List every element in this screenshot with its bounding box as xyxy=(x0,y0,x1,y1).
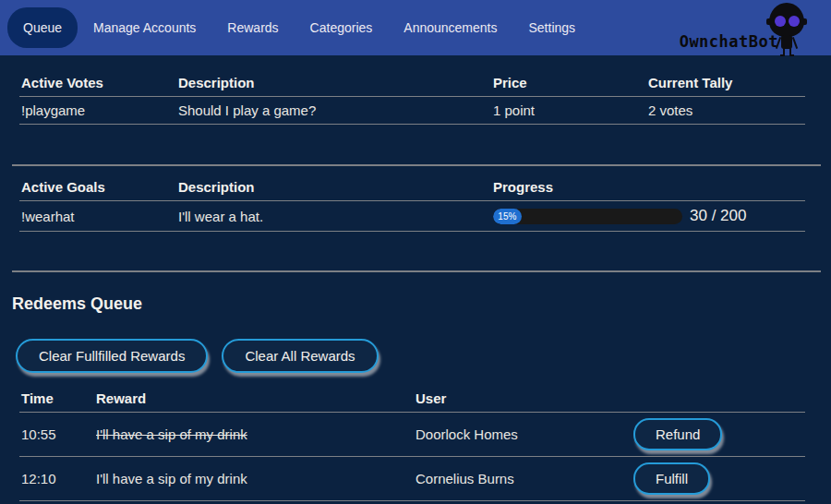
robot-arm-icon xyxy=(792,37,798,49)
redeem-action-cell: Fulfill xyxy=(632,457,805,501)
redeems-header-reward: Reward xyxy=(94,385,414,413)
votes-header-command: Active Votes xyxy=(19,69,176,97)
redeem-row: 12:10 I'll have a sip of my drink Cornel… xyxy=(19,457,805,501)
redeem-time-cell: 12:10 xyxy=(19,457,94,501)
refund-button[interactable]: Refund xyxy=(633,418,722,450)
goal-progress-bar: 15% xyxy=(493,209,682,224)
clear-all-rewards-button[interactable]: Clear All Rewards xyxy=(222,339,378,373)
redeems-header-time: Time xyxy=(19,385,94,413)
redeems-header-row: Time Reward User xyxy=(19,385,805,413)
robot-foot-icon xyxy=(780,54,785,56)
active-votes-table: Active Votes Description Price Current T… xyxy=(19,69,805,125)
redeems-header-action xyxy=(632,385,805,413)
top-navbar: Queue Manage Accounts Rewards Categories… xyxy=(0,0,831,55)
goals-header-description: Description xyxy=(176,174,491,201)
robot-eye-icon xyxy=(789,16,800,27)
nav-tab-manage-accounts[interactable]: Manage Accounts xyxy=(78,7,211,48)
votes-header-price: Price xyxy=(491,69,646,97)
section-divider xyxy=(12,270,821,272)
vote-description-cell: Should I play a game? xyxy=(176,97,491,125)
redeem-user-cell: Doorlock Homes xyxy=(414,413,632,457)
goal-progress-fill: 15% xyxy=(493,209,522,224)
redeems-header-user: User xyxy=(414,385,632,413)
redeem-row: 10:55 I'll have a sip of my drink Doorlo… xyxy=(19,413,805,457)
robot-mascot-icon xyxy=(766,3,807,54)
redeem-user-cell: Cornelius Burns xyxy=(414,457,632,501)
clear-fulfilled-rewards-button[interactable]: Clear Fullfilled Rewards xyxy=(16,339,208,373)
nav-tab-announcements[interactable]: Announcements xyxy=(388,7,512,48)
goal-progress-cell: 15% 30 / 200 xyxy=(491,201,805,232)
nav-tab-rewards[interactable]: Rewards xyxy=(211,7,294,48)
goals-header-progress: Progress xyxy=(491,174,805,201)
vote-price-cell: 1 point xyxy=(491,97,646,125)
redeem-reward-cell: I'll have a sip of my drink xyxy=(94,413,414,457)
redeems-queue-title: Redeems Queue xyxy=(12,294,819,314)
goal-progress-count: 30 / 200 xyxy=(690,207,746,225)
goal-command-cell: !wearhat xyxy=(19,201,176,232)
redeems-queue-table: Time Reward User 10:55 I'll have a sip o… xyxy=(19,385,805,501)
nav-tab-categories[interactable]: Categories xyxy=(295,7,389,48)
vote-row: !playgame Should I play a game? 1 point … xyxy=(19,97,805,125)
vote-tally-cell: 2 votes xyxy=(646,97,805,125)
goal-description-cell: I'll wear a hat. xyxy=(176,201,491,232)
active-goals-table: Active Goals Description Progress !wearh… xyxy=(19,174,805,232)
redeems-toolbar: Clear Fullfilled Rewards Clear All Rewar… xyxy=(12,339,819,373)
goal-row: !wearhat I'll wear a hat. 15% 30 / 200 xyxy=(19,201,805,232)
goals-header-command: Active Goals xyxy=(19,174,176,201)
robot-foot-icon xyxy=(789,54,794,56)
nav-tab-settings[interactable]: Settings xyxy=(512,7,591,48)
fulfill-button[interactable]: Fulfill xyxy=(633,462,710,495)
section-divider xyxy=(12,164,821,166)
brand-logo: OwnchatBot xyxy=(656,0,831,55)
redeem-reward-cell: I'll have a sip of my drink xyxy=(94,457,414,501)
votes-header-row: Active Votes Description Price Current T… xyxy=(19,69,805,97)
votes-header-tally: Current Tally xyxy=(646,69,805,97)
goals-header-row: Active Goals Description Progress xyxy=(19,174,805,201)
votes-header-description: Description xyxy=(176,69,491,97)
robot-body-icon xyxy=(781,35,792,49)
main-content: Active Votes Description Price Current T… xyxy=(0,69,831,501)
brand-wordmark: OwnchatBot xyxy=(680,32,778,51)
robot-eye-icon xyxy=(775,16,786,27)
nav-tab-queue[interactable]: Queue xyxy=(7,7,78,48)
redeem-time-cell: 10:55 xyxy=(19,413,94,457)
vote-command-cell: !playgame xyxy=(19,97,176,125)
redeem-action-cell: Refund xyxy=(632,413,805,457)
